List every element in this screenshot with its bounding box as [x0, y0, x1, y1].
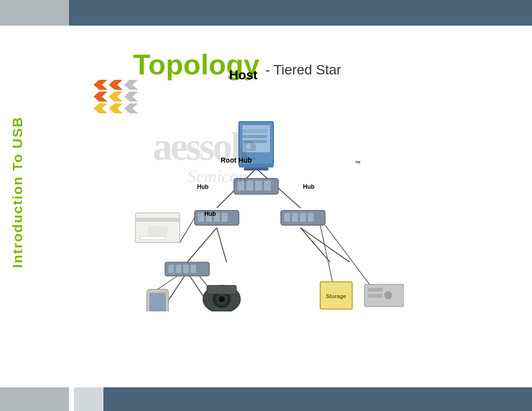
- svg-rect-19: [264, 181, 271, 191]
- label-hub3: Hub: [204, 210, 216, 217]
- svg-rect-27: [292, 213, 298, 222]
- svg-rect-24: [222, 213, 228, 222]
- svg-rect-37: [148, 226, 167, 237]
- svg-line-55: [200, 276, 212, 292]
- svg-point-53: [384, 291, 392, 299]
- svg-rect-17: [246, 181, 253, 191]
- bottom-bar-right: [103, 387, 532, 411]
- svg-rect-33: [183, 265, 189, 273]
- sidebar-text: Introduction To USB: [10, 116, 26, 268]
- svg-rect-52: [368, 294, 383, 298]
- svg-rect-34: [191, 265, 196, 273]
- svg-rect-10: [239, 164, 273, 168]
- label-hub2: Hub: [303, 183, 314, 190]
- bottom-bar: [0, 387, 532, 411]
- svg-rect-32: [176, 265, 181, 273]
- svg-rect-28: [300, 213, 306, 222]
- bottom-bar-left: [0, 387, 69, 411]
- label-hub1: Hub: [197, 183, 208, 190]
- svg-rect-38: [140, 237, 165, 240]
- topology-diagram: Storage: [108, 65, 404, 311]
- label-roothub: Root Hub: [221, 156, 252, 164]
- svg-rect-18: [255, 181, 262, 191]
- chevron-icon: [94, 80, 107, 90]
- chevron-icon: [94, 103, 107, 113]
- svg-line-39: [180, 218, 195, 242]
- svg-text:Storage: Storage: [326, 293, 346, 299]
- top-bar-left: [0, 0, 69, 26]
- sidebar-label: Introduction To USB: [6, 99, 30, 286]
- svg-rect-12: [242, 135, 267, 138]
- svg-rect-47: [207, 285, 236, 294]
- svg-line-54: [158, 276, 177, 289]
- chevron-icon: [94, 92, 107, 102]
- svg-rect-29: [308, 213, 314, 222]
- svg-rect-14: [244, 168, 268, 171]
- label-host: Host: [229, 68, 258, 83]
- svg-rect-41: [149, 293, 166, 311]
- bottom-bar-tab: [74, 387, 103, 411]
- svg-line-57: [325, 225, 369, 284]
- svg-point-46: [219, 296, 225, 302]
- svg-rect-11: [242, 129, 267, 133]
- svg-rect-16: [237, 181, 244, 191]
- svg-rect-36: [135, 218, 180, 222]
- top-bar-right: [69, 0, 532, 26]
- svg-rect-21: [198, 213, 204, 222]
- svg-rect-51: [368, 288, 383, 292]
- top-bar: [0, 0, 532, 26]
- svg-rect-13: [242, 140, 267, 143]
- svg-rect-26: [284, 213, 290, 222]
- svg-rect-31: [168, 265, 174, 273]
- main-content: Topology - Tiered Star aessole Semicon: [34, 26, 532, 387]
- svg-line-3: [217, 228, 227, 262]
- svg-line-6: [167, 272, 187, 302]
- svg-line-2: [187, 228, 217, 262]
